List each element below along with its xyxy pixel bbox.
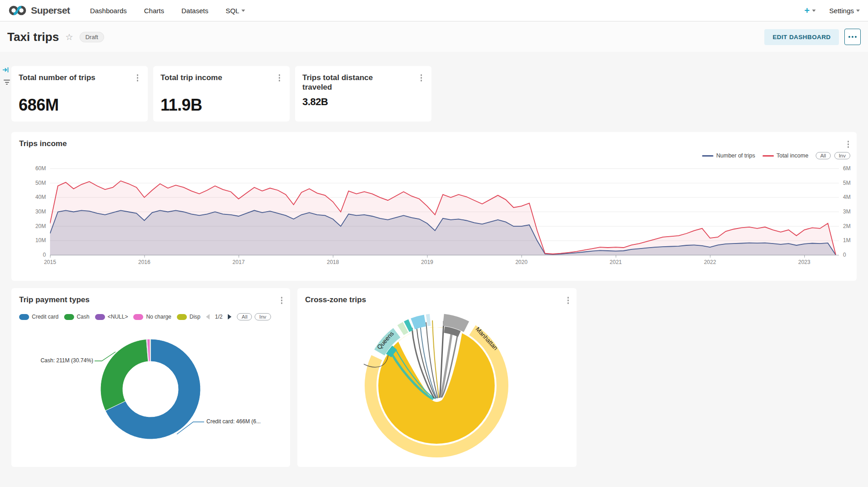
kpi-card-total-trips: Total number of trips 686M <box>11 66 148 122</box>
axis-tick-label: 30M <box>20 208 46 215</box>
kpi-card-trip-income: Total trip income 11.9B <box>153 66 290 122</box>
axis-tick-label: 2019 <box>411 259 443 265</box>
axis-tick-label: 2018 <box>317 259 349 265</box>
axis-tick-label: 2021 <box>600 259 632 265</box>
zone-arc[interactable] <box>413 320 425 324</box>
legend-item-no-charge[interactable]: No charge <box>133 314 171 320</box>
kpi-title: Trips total distance traveled <box>302 73 393 92</box>
edit-dashboard-button[interactable]: EDIT DASHBOARD <box>764 29 839 45</box>
kebab-menu-icon[interactable] <box>565 295 572 305</box>
new-item-button[interactable]: + <box>804 6 816 15</box>
axis-tick-label: 2016 <box>128 259 160 265</box>
main-nav: Dashboards Charts Datasets SQL <box>90 7 245 15</box>
axis-tick-label: 1M <box>843 237 851 244</box>
panel-title: Cross-zone trips <box>305 295 366 304</box>
status-badge: Draft <box>80 32 104 42</box>
kebab-menu-icon[interactable] <box>135 73 141 83</box>
nav-item-dashboards[interactable]: Dashboards <box>90 7 127 15</box>
plus-icon: + <box>804 6 810 15</box>
legend-item-credit-card[interactable]: Credit card <box>19 314 59 320</box>
legend-label: Cash <box>77 314 90 320</box>
trips-income-panel: Trips income Number of trips Total incom… <box>11 132 857 281</box>
axis-tick-label: 0 <box>843 252 846 258</box>
chevron-down-icon <box>241 10 245 12</box>
legend-prev-page-icon[interactable] <box>206 314 210 320</box>
donut-callout-credit-card: Credit card: 466M (6... <box>206 418 284 425</box>
cross-zone-panel: Cross-zone trips Queens Manhattan <box>297 288 577 467</box>
superset-infinity-icon <box>8 5 27 16</box>
axis-tick-label: 10M <box>20 237 46 244</box>
kpi-title: Total trip income <box>161 73 222 82</box>
filter-rail <box>2 66 11 85</box>
legend-swatch <box>95 314 105 320</box>
legend-page-indicator: 1/2 <box>215 314 223 320</box>
axis-tick-label: 6M <box>843 165 851 172</box>
payment-donut-chart[interactable] <box>11 323 290 464</box>
nav-item-charts[interactable]: Charts <box>144 7 164 15</box>
legend-next-page-icon[interactable] <box>228 314 231 320</box>
kpi-value: 3.82B <box>302 96 424 108</box>
axis-tick-label: 2M <box>843 223 851 229</box>
top-navbar: Superset Dashboards Charts Datasets SQL … <box>0 0 868 21</box>
axis-tick-label: 3M <box>843 208 851 215</box>
legend-item-cash[interactable]: Cash <box>64 314 90 320</box>
axis-tick-label: 50M <box>20 180 46 186</box>
zoom-invert-button[interactable]: Inv <box>255 313 271 320</box>
more-options-button[interactable] <box>844 29 861 45</box>
legend-label: <NULL> <box>108 314 128 320</box>
chevron-down-icon <box>812 10 816 12</box>
kebab-menu-icon[interactable] <box>418 73 425 83</box>
line-chart-region[interactable]: 60M50M40M30M20M10M06M5M4M3M2M1M020152016… <box>11 132 857 281</box>
payment-types-panel: Trip payment types Credit card Cash <NUL… <box>11 288 290 467</box>
axis-tick-label: 2023 <box>788 259 820 265</box>
chevron-down-icon <box>856 10 860 12</box>
legend-item-dispute[interactable]: Disp <box>177 314 201 320</box>
kpi-card-total-distance: Trips total distance traveled 3.82B <box>295 66 431 122</box>
zone-arc[interactable] <box>406 325 411 327</box>
legend-item-null[interactable]: <NULL> <box>95 314 128 320</box>
brand-name: Superset <box>31 5 70 16</box>
legend-swatch <box>133 314 143 320</box>
trips-income-line-chart[interactable] <box>50 168 839 259</box>
cross-zone-chord-chart[interactable]: Queens Manhattan <box>297 311 577 466</box>
page-title: Taxi trips <box>7 30 59 44</box>
axis-tick-label: 2015 <box>34 259 66 265</box>
zoom-all-button[interactable]: All <box>237 313 252 320</box>
expand-filter-bar-icon[interactable] <box>2 66 9 73</box>
axis-tick-label: 2017 <box>223 259 255 265</box>
nav-item-sql-label: SQL <box>226 7 239 15</box>
nav-item-sql[interactable]: SQL <box>226 7 245 15</box>
navbar-right: + Settings <box>804 6 860 15</box>
legend-swatch <box>64 314 74 320</box>
legend-label: Disp <box>190 314 201 320</box>
axis-tick-label: 4M <box>843 194 851 200</box>
axis-tick-label: 5M <box>843 180 851 186</box>
legend-label: No charge <box>146 314 171 320</box>
axis-tick-label: 20M <box>20 223 46 229</box>
kebab-menu-icon[interactable] <box>279 295 285 305</box>
panel-title: Trip payment types <box>19 295 90 304</box>
donut-callout-cash: Cash: 211M (30.74%) <box>20 357 93 364</box>
zone-arc[interactable] <box>427 320 431 320</box>
superset-logo[interactable]: Superset <box>8 5 70 16</box>
kebab-menu-icon[interactable] <box>276 73 283 83</box>
legend-swatch <box>19 314 29 320</box>
favorite-star-icon[interactable]: ☆ <box>65 32 73 42</box>
axis-tick-label: 60M <box>20 165 46 172</box>
axis-tick-label: 40M <box>20 194 46 200</box>
filter-icon[interactable] <box>2 79 11 85</box>
axis-tick-label: 2022 <box>694 259 726 265</box>
zone-arc[interactable] <box>443 320 467 327</box>
nav-item-datasets[interactable]: Datasets <box>181 7 208 15</box>
legend-swatch <box>177 314 187 320</box>
kpi-value: 686M <box>19 96 140 115</box>
kpi-value: 11.9B <box>161 96 282 115</box>
legend-label: Credit card <box>32 314 59 320</box>
zone-arc[interactable] <box>401 327 406 330</box>
settings-menu[interactable]: Settings <box>829 7 860 15</box>
axis-tick-label: 0 <box>20 252 46 258</box>
dashboard-header: Taxi trips ☆ Draft EDIT DASHBOARD <box>0 22 868 52</box>
kpi-title: Total number of trips <box>19 73 95 82</box>
settings-label: Settings <box>829 7 854 15</box>
pie-chart-legend: Credit card Cash <NULL> No charge Disp 1… <box>19 313 271 320</box>
